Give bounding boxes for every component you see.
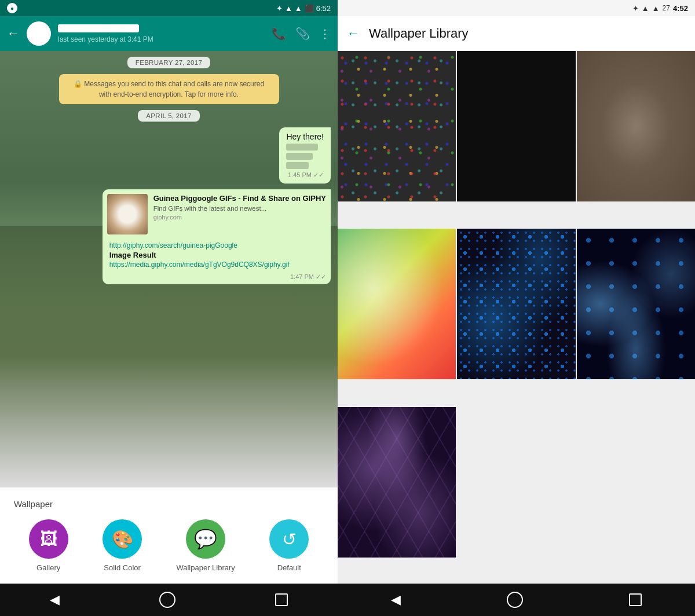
wallpaper-thumb-2[interactable]	[457, 51, 575, 201]
battery-icon: ⬛	[305, 4, 314, 13]
right-time: 4:52	[673, 4, 688, 13]
wallpaper-thumb-1[interactable]	[338, 51, 456, 201]
solid-color-label: Solid Color	[104, 563, 141, 572]
left-panel: ● ✦ ▲ ▲ ⬛ 6:52 ← last seen yesterday at …	[0, 0, 338, 616]
status-bar-left: ●	[7, 3, 17, 13]
solid-color-icon: 🎨	[112, 529, 133, 549]
wallpaper-thumb-6[interactable]	[577, 229, 695, 379]
wallpaper-grid	[338, 51, 695, 584]
right-bluetooth-icon: ✦	[632, 4, 639, 13]
system-message[interactable]: 🔒 Messages you send to this chat and cal…	[59, 74, 279, 104]
wallpaper-option-library[interactable]: 💬 Wallpaper Library	[176, 519, 235, 572]
header-icons: 📞 📎 ⋮	[272, 27, 331, 41]
right-panel: ✦ ▲ ▲ 27 4:52 ← Wallpaper Library ◀	[338, 0, 695, 616]
msg1-text: Hey there!	[286, 132, 324, 141]
contact-name-redacted	[58, 24, 139, 32]
right-recents-nav-icon	[629, 593, 642, 606]
link-label: Image Result	[109, 251, 324, 259]
left-time: 6:52	[316, 4, 331, 13]
wallpaper-label: Wallpaper	[0, 499, 338, 509]
library-label: Wallpaper Library	[176, 563, 235, 572]
wallpaper-header-title: Wallpaper Library	[369, 26, 469, 41]
default-icon-circle: ↺	[269, 519, 309, 559]
back-nav-button[interactable]: ◀	[50, 592, 60, 607]
library-icon: 💬	[194, 528, 217, 550]
wallpaper-option-solid[interactable]: 🎨 Solid Color	[103, 519, 142, 572]
default-icon: ↺	[282, 529, 297, 549]
home-nav-button[interactable]	[159, 592, 175, 608]
status-circle: ●	[7, 3, 17, 13]
msg1-redacted-1	[286, 144, 318, 151]
right-back-nav-icon: ◀	[391, 592, 401, 607]
right-wifi-icon: ▲	[642, 4, 649, 13]
left-status-bar: ● ✦ ▲ ▲ ⬛ 6:52	[0, 0, 338, 16]
phone-icon[interactable]: 📞	[272, 27, 286, 41]
link-site: giphy.com	[153, 214, 326, 221]
wallpaper-thumb-5[interactable]	[457, 229, 575, 379]
chat-header: ← last seen yesterday at 3:41 PM 📞 📎 ⋮	[0, 16, 338, 51]
wallpaper-thumb-4[interactable]	[338, 229, 456, 379]
solid-icon-circle: 🎨	[103, 519, 142, 559]
wifi-icon: ▲	[285, 4, 292, 13]
link-preview-inner: Pig Guinea Piggoogle GIFs - Find & Share…	[103, 189, 331, 239]
default-label: Default	[277, 563, 301, 572]
msg2-time: 1:47 PM ✓✓	[103, 273, 331, 284]
link-urls: http://giphy.com/search/guinea-pigGoogle…	[103, 239, 331, 273]
wallpaper-library-header: ← Wallpaper Library	[338, 16, 695, 51]
link-desc: Find GIFs with the latest and newest...	[153, 205, 326, 212]
contact-avatar	[27, 21, 51, 46]
wallpaper-thumb-4-inner	[338, 229, 456, 379]
right-home-nav-icon	[507, 592, 523, 608]
gallery-icon-circle: 🖼	[29, 519, 68, 559]
right-nav-bar: ◀	[338, 584, 695, 616]
chat-messages: FEBRUARY 27, 2017 🔒 Messages you send to…	[0, 51, 338, 290]
status-bar-right: ✦ ▲ ▲ ⬛ 6:52	[276, 4, 331, 13]
link-title: Guinea Piggoogle GIFs - Find & Share on …	[153, 194, 326, 203]
back-nav-icon: ◀	[50, 592, 60, 607]
msg1-time: 1:45 PM ✓✓	[286, 171, 324, 179]
wallpaper-option-gallery[interactable]: 🖼 Gallery	[29, 519, 68, 572]
date-badge-1: FEBRUARY 27, 2017	[127, 57, 210, 68]
recents-nav-icon	[275, 593, 288, 606]
contact-status: last seen yesterday at 3:41 PM	[58, 35, 265, 43]
more-icon[interactable]: ⋮	[319, 27, 331, 41]
wallpaper-options: 🖼 Gallery 🎨 Solid Color 💬 Wallpaper Libr…	[0, 519, 338, 578]
sent-message-1: Hey there! 1:45 PM ✓✓	[279, 127, 331, 184]
wallpaper-option-default[interactable]: ↺ Default	[269, 519, 309, 572]
gallery-icon: 🖼	[40, 529, 57, 549]
link-url-2[interactable]: https://media.giphy.com/media/gTgVOg9dCQ…	[109, 261, 324, 269]
right-signal-icon: ▲	[652, 4, 660, 13]
msg1-redacted-2	[286, 153, 312, 160]
right-back-nav-button[interactable]: ◀	[391, 592, 401, 607]
link-preview-image: Pig	[107, 194, 148, 234]
signal-icon: ▲	[295, 4, 302, 13]
pig-label: Pig	[109, 196, 118, 203]
link-url-1[interactable]: http://giphy.com/search/guinea-pigGoogle	[109, 241, 324, 250]
bluetooth-icon: ✦	[276, 4, 283, 13]
right-status-bar: ✦ ▲ ▲ 27 4:52	[338, 0, 695, 16]
gallery-label: Gallery	[36, 563, 60, 572]
back-button[interactable]: ←	[7, 26, 20, 41]
wallpaper-thumb-3[interactable]	[577, 51, 695, 201]
library-icon-circle: 💬	[186, 519, 225, 559]
date-badge-2: APRIL 5, 2017	[138, 110, 199, 122]
attach-icon[interactable]: 📎	[295, 27, 310, 41]
home-nav-icon	[159, 592, 175, 608]
link-preview-message: Pig Guinea Piggoogle GIFs - Find & Share…	[103, 189, 331, 284]
right-battery-num: 27	[663, 4, 670, 12]
chat-area: FEBRUARY 27, 2017 🔒 Messages you send to…	[0, 51, 338, 487]
msg1-redacted-3	[286, 162, 309, 169]
contact-info: last seen yesterday at 3:41 PM	[58, 24, 265, 43]
recents-nav-button[interactable]	[275, 593, 288, 606]
link-preview-text: Guinea Piggoogle GIFs - Find & Share on …	[153, 194, 326, 234]
wallpaper-thumb-7[interactable]	[338, 407, 456, 558]
wallpaper-section: Wallpaper 🖼 Gallery 🎨 Solid Color 💬 Wall…	[0, 487, 338, 584]
right-recents-nav-button[interactable]	[629, 593, 642, 606]
left-nav-bar: ◀	[0, 584, 338, 616]
right-home-nav-button[interactable]	[507, 592, 523, 608]
wallpaper-back-button[interactable]: ←	[347, 26, 360, 41]
